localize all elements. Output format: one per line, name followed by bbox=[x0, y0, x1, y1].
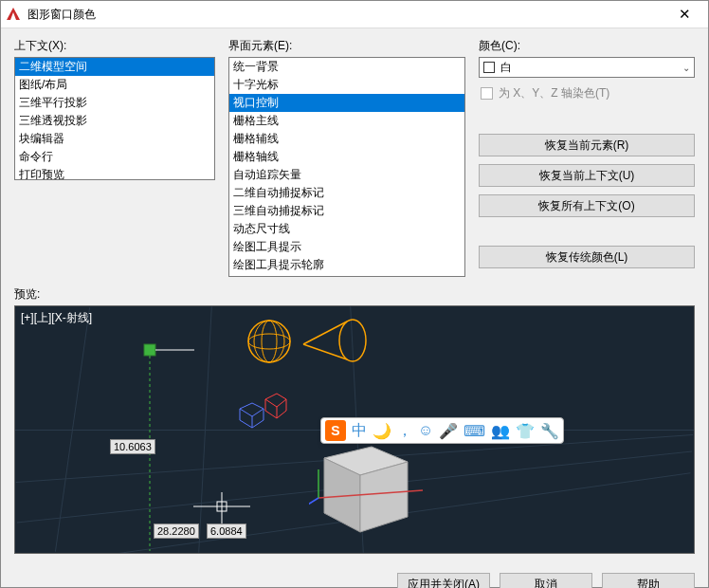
ime-keyboard-icon[interactable]: ⌨ bbox=[464, 422, 485, 440]
elements-column: 界面元素(E): 统一背景十字光标视口控制栅格主线栅格辅线栅格轴线自动追踪矢量二… bbox=[228, 38, 465, 277]
axis-tripod bbox=[309, 469, 432, 536]
element-item[interactable]: 绘图工具提示轮廓 bbox=[229, 256, 464, 274]
color-name: 白 bbox=[500, 60, 512, 76]
element-item[interactable]: 三维自动捕捉标记 bbox=[229, 202, 464, 220]
context-listbox[interactable]: 二维模型空间图纸/布局三维平行投影三维透视投影块编辑器命令行打印预览 bbox=[14, 57, 215, 180]
ime-user-icon[interactable]: 👥 bbox=[491, 422, 510, 440]
color-dropdown[interactable]: 白 ⌄ bbox=[479, 57, 695, 78]
element-item[interactable]: 自动追踪矢量 bbox=[229, 166, 464, 184]
close-button[interactable]: ✕ bbox=[664, 1, 704, 28]
axis-tint-label: 为 X、Y、Z 轴染色(T) bbox=[499, 85, 609, 101]
ime-toolbar[interactable]: S 中 🌙 ， ☺ 🎤 ⌨ 👥 👕 🔧 bbox=[320, 417, 564, 444]
context-item[interactable]: 块编辑器 bbox=[15, 130, 214, 148]
restore-legacy-button[interactable]: 恢复传统颜色(L) bbox=[479, 246, 695, 268]
top-row: 上下文(X): 二维模型空间图纸/布局三维平行投影三维透视投影块编辑器命令行打印… bbox=[14, 38, 695, 277]
small-cubes bbox=[235, 380, 292, 432]
elements-listbox[interactable]: 统一背景十字光标视口控制栅格主线栅格辅线栅格轴线自动追踪矢量二维自动捕捉标记三维… bbox=[228, 57, 465, 277]
ime-logo-icon: S bbox=[325, 420, 346, 441]
elements-label: 界面元素(E): bbox=[228, 38, 465, 54]
context-item[interactable]: 打印预览 bbox=[15, 166, 214, 180]
titlebar: 图形窗口颜色 ✕ bbox=[1, 1, 708, 28]
svg-point-3 bbox=[248, 321, 290, 362]
ime-wrench-icon[interactable]: 🔧 bbox=[540, 422, 559, 440]
restore-buttons: 恢复当前元素(R) 恢复当前上下文(U) 恢复所有上下文(O) 恢复传统颜色(L… bbox=[479, 126, 695, 268]
element-item[interactable]: 统一背景 bbox=[229, 58, 464, 76]
svg-rect-0 bbox=[144, 344, 155, 356]
ime-lang[interactable]: 中 bbox=[352, 421, 367, 441]
context-item[interactable]: 二维模型空间 bbox=[15, 58, 214, 76]
viewport-hud: [+][上][X-射线] bbox=[21, 310, 92, 326]
dialog-title: 图形窗口颜色 bbox=[27, 7, 664, 23]
element-item[interactable]: 栅格轴线 bbox=[229, 148, 464, 166]
color-label: 颜色(C): bbox=[479, 38, 695, 54]
ime-comma-icon[interactable]: ， bbox=[397, 421, 412, 441]
coord-badge-2: 28.2280 bbox=[154, 524, 199, 539]
context-item[interactable]: 图纸/布局 bbox=[15, 76, 214, 94]
context-item[interactable]: 三维平行投影 bbox=[15, 94, 214, 112]
checkbox-icon bbox=[481, 87, 493, 100]
help-button[interactable]: 帮助 bbox=[602, 573, 695, 588]
dialog-footer: 应用并关闭(A) 取消 帮助 bbox=[1, 563, 708, 588]
ime-moon-icon[interactable]: 🌙 bbox=[373, 422, 391, 440]
element-item[interactable]: 栅格主线 bbox=[229, 112, 464, 130]
restore-context-button[interactable]: 恢复当前上下文(U) bbox=[479, 164, 695, 187]
context-column: 上下文(X): 二维模型空间图纸/布局三维平行投影三维透视投影块编辑器命令行打印… bbox=[14, 38, 215, 277]
svg-point-5 bbox=[262, 321, 277, 362]
element-item[interactable]: 二维自动捕捉标记 bbox=[229, 184, 464, 202]
content: 上下文(X): 二维模型空间图纸/布局三维平行投影三维透视投影块编辑器命令行打印… bbox=[1, 28, 708, 563]
axis-tint-checkbox[interactable]: 为 X、Y、Z 轴染色(T) bbox=[481, 85, 695, 101]
restore-all-button[interactable]: 恢复所有上下文(O) bbox=[479, 194, 695, 217]
cancel-button[interactable]: 取消 bbox=[500, 573, 592, 588]
coord-badge-3: 6.0884 bbox=[207, 524, 246, 539]
context-label: 上下文(X): bbox=[14, 38, 215, 54]
color-options-dialog: 图形窗口颜色 ✕ 上下文(X): 二维模型空间图纸/布局三维平行投影三维透视投影… bbox=[0, 0, 709, 588]
apply-close-button[interactable]: 应用并关闭(A) bbox=[397, 573, 490, 588]
element-item[interactable]: 十字光标 bbox=[229, 76, 464, 94]
ime-shirt-icon[interactable]: 👕 bbox=[516, 422, 535, 440]
svg-point-6 bbox=[254, 321, 284, 362]
svg-line-15 bbox=[309, 498, 318, 522]
ime-smile-icon[interactable]: ☺ bbox=[418, 422, 433, 439]
element-item[interactable]: 设计工具提示背景 bbox=[229, 274, 464, 277]
element-item[interactable]: 动态尺寸线 bbox=[229, 220, 464, 238]
app-icon bbox=[5, 6, 22, 23]
ime-mic-icon[interactable]: 🎤 bbox=[439, 422, 458, 440]
context-item[interactable]: 命令行 bbox=[15, 148, 214, 166]
color-swatch bbox=[483, 62, 495, 73]
context-item[interactable]: 三维透视投影 bbox=[15, 112, 214, 130]
preview-label: 预览: bbox=[14, 286, 695, 303]
restore-element-button[interactable]: 恢复当前元素(R) bbox=[479, 134, 695, 156]
coord-badge-1: 10.6063 bbox=[110, 439, 155, 454]
color-column: 颜色(C): 白 ⌄ 为 X、Y、Z 轴染色(T) 恢复当前元素(R) 恢复当前… bbox=[479, 38, 695, 277]
svg-point-7 bbox=[339, 320, 366, 361]
element-item[interactable]: 栅格辅线 bbox=[229, 130, 464, 148]
chevron-down-icon: ⌄ bbox=[682, 63, 690, 73]
sphere-icon bbox=[241, 318, 298, 365]
cone-icon bbox=[298, 314, 373, 371]
element-item[interactable]: 绘图工具提示 bbox=[229, 238, 464, 256]
element-item[interactable]: 视口控制 bbox=[229, 94, 464, 112]
svg-line-13 bbox=[318, 490, 423, 498]
